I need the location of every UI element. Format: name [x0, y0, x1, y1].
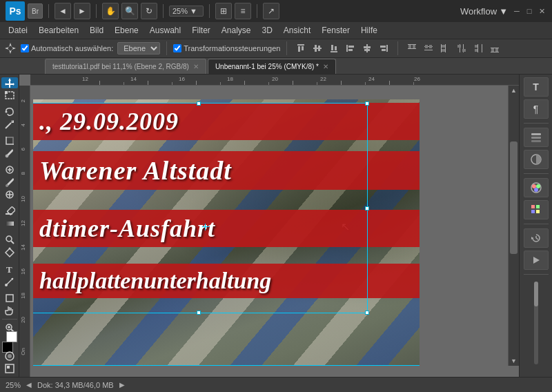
menu-bar: Datei Bearbeiten Bild Ebene Auswahl Filt…	[0, 22, 552, 39]
tool-heal[interactable]	[1, 164, 18, 175]
tool-screen-mode[interactable]	[1, 363, 18, 374]
align-vcenter-icon[interactable]	[310, 41, 325, 56]
hand-tool-icon[interactable]: ✋	[102, 3, 119, 19]
tool-rect-shape[interactable]	[1, 293, 18, 304]
layer-type-dropdown[interactable]: Ebene	[117, 42, 160, 55]
zoom-control[interactable]: 25% ▼	[169, 6, 204, 17]
tab-unbenannt-close[interactable]: ✕	[323, 63, 328, 70]
rotate-tool-icon[interactable]: ↻	[141, 3, 157, 19]
panel-color-btn[interactable]	[524, 178, 549, 197]
tool-move[interactable]	[1, 77, 18, 88]
canvas-area[interactable]: 12 14 16 18 20 22 24 26	[19, 75, 519, 377]
tool-crop[interactable]	[1, 135, 18, 146]
tool-gradient[interactable]	[1, 218, 18, 229]
tool-dodge[interactable]	[1, 235, 18, 246]
share-icon[interactable]: ↗	[263, 3, 279, 19]
tool-pen[interactable]	[1, 247, 18, 258]
dist-vcenter-icon[interactable]	[421, 41, 436, 56]
back-icon[interactable]: ◄	[55, 3, 71, 19]
svg-rect-82	[531, 205, 535, 208]
canvas-background: ., 29.09.2009 Warener Altstadt dtimer-Au…	[30, 86, 497, 366]
svg-rect-8	[331, 51, 337, 52]
svg-rect-74	[531, 133, 541, 135]
close-button[interactable]: ✕	[537, 6, 546, 16]
tool-lasso[interactable]	[1, 106, 18, 117]
tool-brush[interactable]	[1, 177, 18, 188]
menu-analyse[interactable]: Analyse	[216, 24, 257, 37]
status-nav-right[interactable]: ▶	[119, 381, 125, 389]
transform-input[interactable]	[173, 44, 181, 52]
svg-rect-85	[536, 210, 540, 213]
panel-layers-btn[interactable]	[524, 128, 549, 147]
panel-swatches-btn[interactable]	[524, 200, 549, 219]
menu-datei[interactable]: Datei	[3, 24, 33, 37]
svg-rect-16	[364, 49, 370, 51]
panel-actions-btn[interactable]	[524, 251, 549, 270]
scroll-down-arrow[interactable]: ▼	[509, 356, 519, 366]
dist-left-icon[interactable]	[437, 41, 453, 56]
panel-text-btn[interactable]: T	[524, 77, 549, 97]
tool-select-rect[interactable]	[1, 90, 18, 101]
svg-rect-31	[442, 49, 445, 52]
align-bottom-icon[interactable]	[326, 41, 342, 56]
tab-pdf[interactable]: testtutoria1l.pdf bei 11,1% (Ebene 2, RG…	[45, 59, 206, 74]
svg-marker-1	[5, 47, 16, 50]
scroll-vertical-thumb[interactable]	[510, 141, 518, 253]
background-color[interactable]	[6, 331, 17, 342]
svg-rect-20	[408, 44, 416, 45]
workflow-button[interactable]: Workflow ▼	[460, 6, 508, 17]
tool-magic-wand[interactable]	[1, 119, 18, 130]
auto-select-checkbox[interactable]: Automatisch auswählen:	[21, 44, 113, 52]
auto-select-input[interactable]	[21, 44, 29, 52]
menu-ansicht[interactable]: Ansicht	[278, 24, 316, 37]
tool-eyedropper[interactable]	[1, 148, 18, 159]
menu-3d[interactable]: 3D	[257, 24, 278, 37]
tab-unbenannt[interactable]: Unbenannt-1 bei 25% (CMYK/8) * ✕	[208, 59, 336, 74]
scroll-up-arrow[interactable]: ▲	[509, 86, 519, 95]
tab-pdf-close[interactable]: ✕	[193, 63, 199, 70]
align-top-icon[interactable]	[293, 41, 308, 56]
right-panel-scrollbar[interactable]	[534, 282, 538, 364]
restore-button[interactable]: □	[524, 6, 534, 16]
menu-ebene[interactable]: Ebene	[109, 24, 144, 37]
status-nav-left[interactable]: ◀	[26, 381, 32, 389]
tool-hand[interactable]	[1, 305, 18, 316]
svg-rect-45	[5, 91, 8, 94]
tool-eraser[interactable]	[1, 206, 18, 217]
scroll-right[interactable]: ▲ ▼	[508, 86, 519, 366]
panel-history-btn[interactable]	[524, 228, 549, 248]
dist-top-icon[interactable]	[404, 41, 420, 56]
tool-path-select[interactable]	[1, 276, 18, 287]
grid-icon[interactable]: ⊞	[215, 3, 232, 19]
forward-icon[interactable]: ►	[74, 3, 90, 19]
menu-fenster[interactable]: Fenster	[316, 24, 355, 37]
zoom-tool-icon[interactable]: 🔍	[121, 3, 138, 19]
br-app-icon[interactable]: Br	[28, 3, 43, 19]
tabs-bar: testtutoria1l.pdf bei 11,1% (Ebene 2, RG…	[0, 58, 552, 75]
zoom-value: 25%	[172, 7, 188, 15]
menu-auswahl[interactable]: Auswahl	[144, 24, 186, 37]
menu-hilfe[interactable]: Hilfe	[355, 24, 383, 37]
tool-color-swatches[interactable]	[2, 342, 17, 342]
ruler-left-num-12: 12	[20, 220, 26, 226]
panel-adjust-btn[interactable]	[524, 150, 549, 169]
align-hcenter-icon[interactable]	[359, 41, 375, 56]
ruler-num-18: 18	[227, 76, 233, 82]
minimize-button[interactable]: ─	[512, 6, 522, 16]
align-right-icon[interactable]	[376, 41, 391, 56]
tool-text[interactable]: T	[1, 264, 18, 275]
dist-hcenter-icon[interactable]	[454, 41, 469, 56]
transform-checkbox[interactable]: Transformationssteuerungen	[173, 44, 280, 52]
tool-quick-mask[interactable]	[1, 351, 18, 362]
menu-filter[interactable]: Filter	[186, 24, 216, 37]
panel-paragraph-btn[interactable]: ¶	[524, 99, 549, 119]
menu-bearbeiten[interactable]: Bearbeiten	[33, 24, 84, 37]
align-left-icon[interactable]	[343, 41, 358, 56]
tool-clone[interactable]	[1, 189, 18, 200]
dist-bottom-icon[interactable]	[487, 41, 502, 56]
dist-right-icon[interactable]	[471, 41, 486, 56]
menu-bild[interactable]: Bild	[84, 24, 109, 37]
svg-rect-28	[441, 44, 442, 52]
svg-point-46	[5, 111, 7, 113]
refine-icon[interactable]: ≡	[235, 3, 251, 19]
